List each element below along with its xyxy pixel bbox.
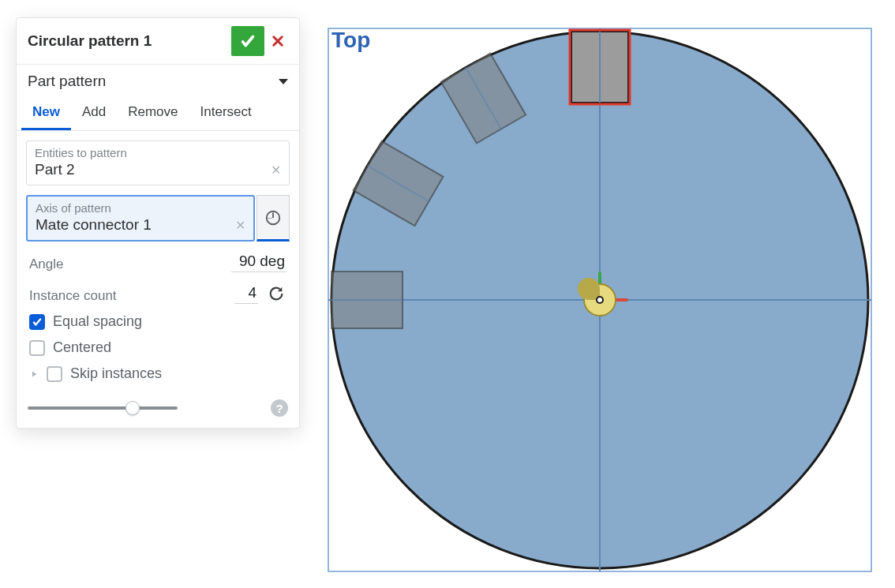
help-button[interactable]: ? bbox=[271, 399, 288, 417]
boolean-tabs: New Add Remove Intersect bbox=[17, 96, 299, 131]
mate-connector-glyph bbox=[578, 278, 600, 300]
panel-footer: ? bbox=[17, 382, 299, 428]
entities-label: Entities to pattern bbox=[35, 146, 281, 159]
slider-thumb[interactable] bbox=[125, 401, 140, 415]
tab-add[interactable]: Add bbox=[71, 96, 117, 130]
close-icon bbox=[271, 34, 285, 48]
instance-count-row: Instance count 4 bbox=[17, 272, 299, 304]
axis-label: Axis of pattern bbox=[36, 201, 245, 215]
view-label: Top bbox=[331, 28, 370, 52]
entities-clear-button[interactable]: ✕ bbox=[271, 163, 281, 178]
instance-count-input[interactable]: 4 bbox=[234, 284, 258, 304]
confirm-button[interactable] bbox=[231, 26, 264, 56]
panel-title: Circular pattern 1 bbox=[28, 32, 231, 50]
angle-input[interactable]: 90 deg bbox=[231, 253, 286, 272]
skip-instances-row[interactable]: Skip instances bbox=[17, 356, 299, 382]
feature-panel: Circular pattern 1 Part pattern New Add … bbox=[16, 17, 300, 429]
axis-clear-button[interactable]: ✕ bbox=[235, 218, 245, 233]
entities-selector[interactable]: Entities to pattern Part 2 ✕ bbox=[26, 140, 290, 185]
mate-connector-icon bbox=[264, 209, 282, 227]
pattern-type-value: Part pattern bbox=[28, 73, 106, 90]
entities-value: Part 2 bbox=[35, 161, 271, 178]
mate-connector-button[interactable] bbox=[257, 195, 290, 242]
refresh-icon bbox=[268, 285, 285, 302]
checkbox-icon bbox=[29, 314, 45, 330]
equal-spacing-checkbox[interactable]: Equal spacing bbox=[17, 304, 299, 330]
skip-instances-label: Skip instances bbox=[70, 365, 162, 382]
centered-checkbox[interactable]: Centered bbox=[17, 330, 299, 356]
cancel-button[interactable] bbox=[264, 26, 291, 56]
tab-intersect[interactable]: Intersect bbox=[189, 96, 263, 130]
axis-selector[interactable]: Axis of pattern Mate connector 1 ✕ bbox=[26, 195, 255, 242]
tab-new[interactable]: New bbox=[21, 96, 71, 130]
chevron-right-icon bbox=[29, 369, 39, 379]
check-icon bbox=[239, 32, 257, 50]
pattern-seed[interactable] bbox=[570, 30, 630, 104]
angle-label: Angle bbox=[29, 257, 231, 272]
instance-count-label: Instance count bbox=[29, 288, 234, 304]
flip-direction-button[interactable] bbox=[266, 283, 286, 304]
angle-row: Angle 90 deg bbox=[17, 242, 299, 272]
pattern-instance bbox=[331, 272, 403, 328]
axis-value: Mate connector 1 bbox=[36, 216, 235, 234]
centered-label: Centered bbox=[53, 339, 111, 356]
pattern-type-dropdown[interactable]: Part pattern bbox=[17, 65, 299, 96]
mate-connector-center bbox=[597, 297, 603, 303]
tab-remove[interactable]: Remove bbox=[117, 96, 189, 130]
opacity-slider[interactable] bbox=[28, 406, 178, 410]
checkbox-icon bbox=[29, 340, 45, 356]
equal-spacing-label: Equal spacing bbox=[53, 313, 142, 330]
viewport-svg: Top bbox=[324, 24, 876, 576]
panel-header: Circular pattern 1 bbox=[17, 18, 299, 65]
chevron-down-icon bbox=[279, 79, 288, 84]
viewport[interactable]: Top bbox=[324, 24, 876, 576]
checkbox-icon bbox=[47, 366, 62, 382]
